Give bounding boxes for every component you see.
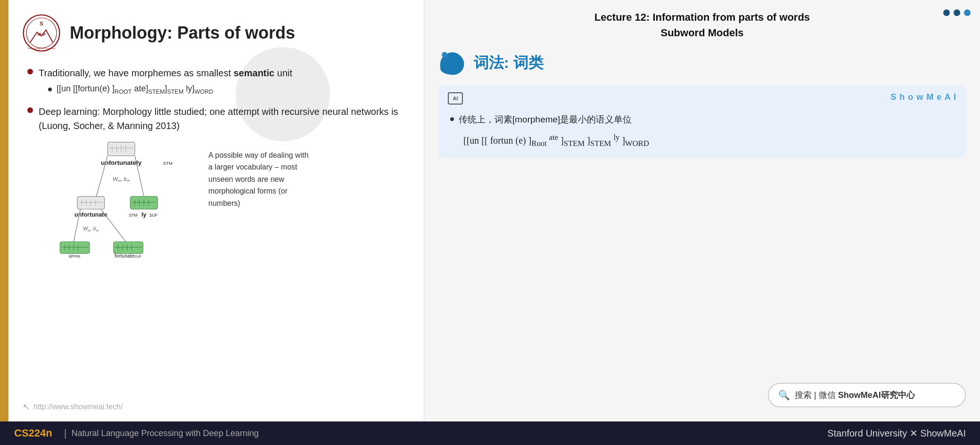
- chinese-title: 词法: 词类: [474, 53, 544, 73]
- search-text: 搜索 | 微信 ShowMeAI研究中心: [795, 389, 915, 401]
- bullet-text-1: Traditionally, we have morphemes as smal…: [39, 66, 292, 80]
- svg-point-49: [442, 52, 447, 57]
- section-blob-icon: [438, 50, 467, 76]
- translation-bullet: 传统上，词素[morpheme]是最小的语义单位: [450, 113, 954, 126]
- translation-box: AI S h o w M e A I 传统上，词素[morpheme]是最小的语…: [438, 85, 966, 158]
- diagram-caption: A possible way of dealing with a larger …: [208, 140, 312, 210]
- slide-content: S NLP Natural Language Processing Morpho…: [8, 0, 424, 421]
- formula-line: [[un [[ fortun (e) ]Root ate ]STEM ]STEM…: [463, 133, 954, 148]
- svg-text:ly: ly: [141, 211, 146, 218]
- chinese-section-header: 词法: 词类: [438, 50, 966, 76]
- bottom-subtitle: Natural Language Processing with Deep Le…: [71, 429, 258, 438]
- slide-panel: S NLP Natural Language Processing Morpho…: [0, 0, 424, 421]
- nav-dots: [943, 9, 971, 16]
- stanford-logo: S NLP Natural Language Processing: [23, 14, 60, 52]
- svg-text:STM: STM: [129, 213, 138, 218]
- diagram-area: unfortunately STM Wm, bm: [53, 140, 410, 258]
- slide-title: Morphology: Parts of words: [70, 23, 295, 43]
- bullet-text-2: Deep learning: Morphology little studied…: [39, 105, 410, 133]
- search-bar[interactable]: 🔍 搜索 | 微信 ShowMeAI研究中心: [768, 383, 966, 407]
- translation-text: 传统上，词素[morpheme]是最小的语义单位: [459, 113, 632, 126]
- sub-bullet-dot: [48, 88, 52, 91]
- svg-text:SUF: SUF: [149, 213, 157, 218]
- slide-left-bar: [0, 0, 8, 421]
- nav-dot-2[interactable]: [954, 9, 960, 16]
- nn-diagram: unfortunately STM Wm, bm: [53, 140, 194, 258]
- sub-bullet-text: [[un [[fortun(e) ]ROOT ate]STEM]STEM ly]…: [57, 84, 213, 95]
- slide-bullets: Traditionally, we have morphemes as smal…: [27, 66, 410, 258]
- cs224n-label: CS224n: [14, 427, 52, 439]
- svg-line-34: [101, 209, 126, 242]
- svg-text:Natural Language Processing: Natural Language Processing: [28, 47, 55, 49]
- sub-bullet-1: [[un [[fortun(e) ]ROOT ate]STEM]STEM ly]…: [48, 84, 292, 95]
- search-icon: 🔍: [778, 389, 790, 401]
- svg-text:Wm, bm: Wm, bm: [83, 226, 99, 232]
- svg-text:STM: STM: [163, 160, 173, 165]
- bullet-dot-1: [27, 69, 33, 74]
- bottom-bar: CS224n | Natural Language Processing wit…: [0, 421, 980, 445]
- nav-dot-3[interactable]: [964, 9, 971, 16]
- bullet-item-1: Traditionally, we have morphemes as smal…: [27, 66, 410, 95]
- svg-text:S: S: [40, 21, 43, 26]
- bullet-item-2: Deep learning: Morphology little studied…: [27, 105, 410, 258]
- lecture-header: Lecture 12: Information from parts of wo…: [438, 9, 966, 40]
- slide-url: ↖ http://www.showmeai.tech/: [23, 402, 123, 412]
- nav-dot-1[interactable]: [943, 9, 950, 16]
- translation-bullet-dot: [450, 117, 454, 121]
- bottom-divider: |: [64, 427, 67, 439]
- bullet-dot-2: [27, 107, 33, 113]
- svg-text:Wm, bm: Wm, bm: [113, 176, 130, 183]
- showmeai-brand: S h o w M e A I: [890, 92, 956, 102]
- bottom-right: Stanford University ✕ ShowMeAI: [827, 428, 966, 439]
- cursor-icon: ↖: [23, 402, 30, 412]
- ai-icon: AI: [448, 92, 463, 105]
- slide-header: S NLP Natural Language Processing Morpho…: [23, 14, 410, 52]
- right-panel: Lecture 12: Information from parts of wo…: [424, 0, 980, 421]
